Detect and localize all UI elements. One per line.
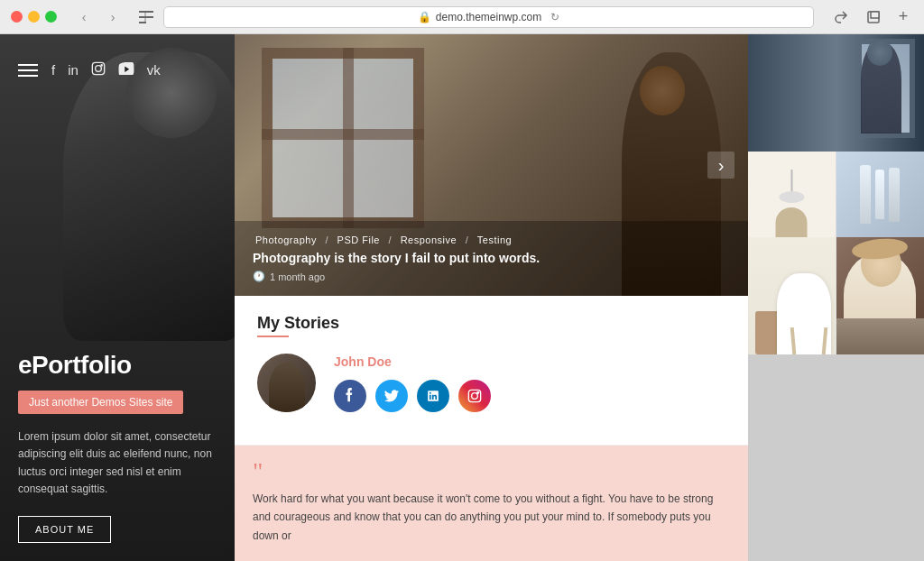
- tag-psd: PSD File: [337, 235, 380, 245]
- close-button[interactable]: [11, 11, 23, 23]
- url-text: demo.themeinwp.com: [436, 11, 541, 23]
- post-date: 1 month ago: [270, 271, 325, 282]
- svg-point-11: [472, 393, 478, 400]
- tag-testing: Testing: [477, 235, 512, 245]
- social-icons: f in vk: [51, 61, 161, 78]
- clock-icon: 🕐: [253, 271, 265, 282]
- author-linkedin[interactable]: [417, 380, 449, 412]
- gallery-item-furniture[interactable]: [748, 237, 836, 354]
- linkedin-icon[interactable]: in: [68, 62, 79, 78]
- refresh-icon[interactable]: ↻: [550, 11, 559, 23]
- sidebar: f in vk: [0, 34, 235, 561]
- back-button[interactable]: ‹: [71, 7, 97, 27]
- site-title: ePortfolio: [18, 351, 217, 380]
- author-twitter[interactable]: [375, 380, 408, 412]
- gallery-item-window[interactable]: [748, 34, 924, 152]
- sidebar-nav-area: f in vk: [0, 43, 235, 78]
- toolbar-right: +: [828, 7, 913, 27]
- forward-button[interactable]: ›: [100, 7, 125, 27]
- minimize-button[interactable]: [28, 11, 40, 23]
- nav-buttons: ‹ ›: [71, 7, 125, 27]
- stories-title: My Stories: [257, 314, 725, 333]
- author-name: John Doe: [334, 354, 491, 369]
- tag-responsive: Responsive: [401, 235, 457, 245]
- gallery: [748, 34, 924, 561]
- author-instagram[interactable]: [458, 380, 491, 412]
- stories-wrapper: My Stories John Doe: [235, 296, 748, 561]
- author-info: John Doe: [334, 354, 491, 412]
- traffic-lights: [11, 11, 57, 23]
- stories-author: John Doe: [257, 354, 725, 412]
- share-button[interactable]: [828, 7, 854, 27]
- site-subtitle: Just another Demos Sites site: [18, 391, 183, 414]
- featured-title[interactable]: Photography is the story I fail to put i…: [253, 251, 730, 265]
- gallery-item-product[interactable]: [836, 152, 925, 237]
- svg-point-7: [96, 66, 102, 72]
- hamburger-line-2: [18, 69, 38, 71]
- sidebar-toggle[interactable]: [136, 7, 156, 27]
- svg-rect-6: [92, 62, 104, 74]
- hamburger-menu[interactable]: [18, 64, 38, 77]
- featured-meta: 🕐 1 month ago: [253, 271, 730, 282]
- facebook-icon[interactable]: f: [51, 62, 55, 78]
- next-arrow[interactable]: ›: [707, 152, 735, 179]
- sidebar-bottom: ePortfolio Just another Demos Sites site…: [0, 333, 235, 561]
- featured-post: › Photography / PSD File / Responsive / …: [235, 34, 748, 296]
- author-facebook[interactable]: [334, 380, 366, 412]
- hamburger-line-3: [18, 75, 38, 77]
- gallery-item-chair[interactable]: [748, 152, 836, 237]
- maximize-button[interactable]: [45, 11, 57, 23]
- author-avatar: [257, 354, 316, 412]
- featured-caption: Photography / PSD File / Responsive / Te…: [235, 221, 748, 296]
- sidebar-navigation: f in vk: [18, 61, 217, 78]
- svg-point-8: [101, 65, 102, 66]
- author-social-links: [334, 380, 491, 412]
- about-me-button[interactable]: ABOUT ME: [18, 516, 111, 543]
- vk-icon[interactable]: vk: [147, 62, 161, 78]
- lock-icon: 🔒: [418, 11, 431, 23]
- youtube-icon[interactable]: [118, 62, 134, 78]
- browser-chrome: ‹ › 🔒 demo.themeinwp.com ↻ +: [0, 0, 924, 34]
- stories-underline: [257, 336, 289, 337]
- quote-text: Work hard for what you want because it w…: [253, 490, 730, 545]
- quote-mark: ": [253, 462, 730, 482]
- svg-rect-5: [871, 12, 879, 18]
- stories-section: My Stories John Doe: [235, 296, 748, 446]
- new-tab-button[interactable]: [861, 7, 886, 27]
- hamburger-line-1: [18, 64, 38, 66]
- add-tab-button[interactable]: +: [893, 7, 913, 27]
- address-bar[interactable]: 🔒 demo.themeinwp.com ↻: [163, 6, 814, 28]
- tag-photography: Photography: [255, 235, 317, 245]
- tag-sep-2: /: [389, 235, 395, 245]
- sidebar-description: Lorem ipsum dolor sit amet, consectetur …: [18, 428, 217, 498]
- gallery-item-woman[interactable]: [836, 237, 925, 354]
- tag-sep-3: /: [466, 235, 472, 245]
- featured-tags: Photography / PSD File / Responsive / Te…: [253, 235, 730, 245]
- svg-rect-3: [144, 11, 146, 23]
- page-content: f in vk: [0, 34, 924, 561]
- main-content: › Photography / PSD File / Responsive / …: [235, 34, 748, 561]
- tag-sep-1: /: [325, 235, 331, 245]
- instagram-icon[interactable]: [91, 61, 106, 78]
- svg-point-12: [477, 391, 479, 393]
- quote-section: " Work hard for what you want because it…: [235, 446, 748, 561]
